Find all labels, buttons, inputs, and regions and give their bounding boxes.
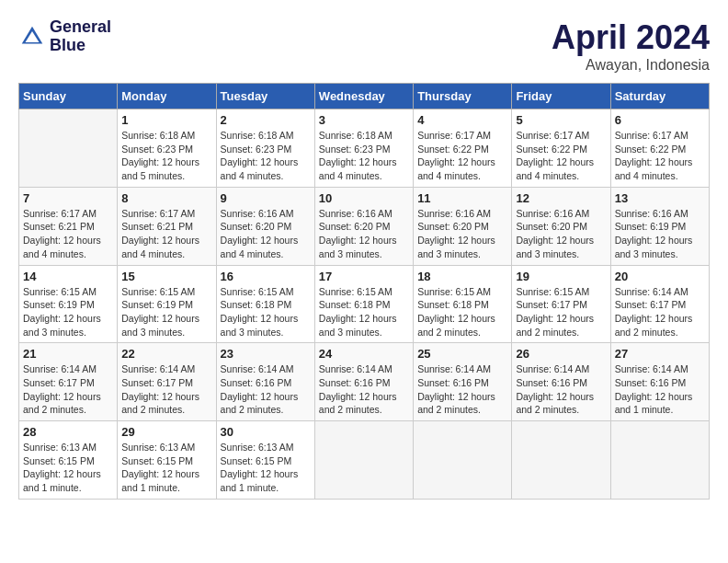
calendar-header-saturday: Saturday: [610, 84, 709, 109]
logo: General Blue: [18, 18, 111, 55]
day-number: 16: [221, 270, 311, 283]
day-info: Sunrise: 6:14 AM Sunset: 6:17 PM Dayligh…: [23, 362, 113, 417]
day-info: Sunrise: 6:16 AM Sunset: 6:20 PM Dayligh…: [319, 207, 409, 261]
day-number: 11: [417, 191, 507, 205]
calendar-header-wednesday: Wednesday: [314, 84, 413, 109]
calendar-cell: [19, 109, 118, 188]
day-info: Sunrise: 6:14 AM Sunset: 6:16 PM Dayligh…: [516, 362, 606, 417]
day-info: Sunrise: 6:18 AM Sunset: 6:23 PM Dayligh…: [221, 129, 311, 183]
day-info: Sunrise: 6:15 AM Sunset: 6:17 PM Dayligh…: [516, 285, 606, 339]
day-number: 14: [23, 270, 113, 283]
location: Awayan, Indonesia: [552, 57, 710, 74]
calendar-week-row: 21Sunrise: 6:14 AM Sunset: 6:17 PM Dayli…: [19, 343, 710, 421]
day-info: Sunrise: 6:14 AM Sunset: 6:16 PM Dayligh…: [221, 362, 311, 417]
calendar-cell: 14Sunrise: 6:15 AM Sunset: 6:19 PM Dayli…: [19, 265, 118, 343]
calendar-cell: 13Sunrise: 6:16 AM Sunset: 6:19 PM Dayli…: [610, 187, 709, 265]
calendar-table: SundayMondayTuesdayWednesdayThursdayFrid…: [18, 83, 710, 500]
calendar-cell: 24Sunrise: 6:14 AM Sunset: 6:16 PM Dayli…: [314, 343, 413, 421]
calendar-header-tuesday: Tuesday: [216, 84, 314, 109]
day-number: 12: [516, 191, 606, 205]
day-info: Sunrise: 6:17 AM Sunset: 6:21 PM Dayligh…: [23, 207, 113, 261]
calendar-cell: 21Sunrise: 6:14 AM Sunset: 6:17 PM Dayli…: [19, 343, 118, 421]
day-number: 30: [221, 425, 311, 439]
calendar-cell: 26Sunrise: 6:14 AM Sunset: 6:16 PM Dayli…: [512, 343, 610, 421]
day-number: 15: [121, 270, 211, 283]
day-number: 24: [319, 347, 409, 361]
calendar-week-row: 14Sunrise: 6:15 AM Sunset: 6:19 PM Dayli…: [19, 265, 710, 343]
day-number: 21: [23, 347, 113, 361]
day-number: 23: [221, 347, 311, 361]
day-number: 5: [516, 113, 606, 127]
calendar-header-row: SundayMondayTuesdayWednesdayThursdayFrid…: [19, 84, 710, 109]
day-number: 13: [615, 191, 705, 205]
day-number: 26: [516, 347, 606, 361]
calendar-cell: 19Sunrise: 6:15 AM Sunset: 6:17 PM Dayli…: [512, 265, 610, 343]
day-number: 22: [121, 347, 211, 361]
calendar-cell: 2Sunrise: 6:18 AM Sunset: 6:23 PM Daylig…: [216, 109, 314, 188]
calendar-cell: [414, 421, 512, 500]
month-title: April 2024: [552, 18, 710, 57]
day-info: Sunrise: 6:16 AM Sunset: 6:20 PM Dayligh…: [516, 207, 606, 261]
calendar-cell: 25Sunrise: 6:14 AM Sunset: 6:16 PM Dayli…: [414, 343, 512, 421]
day-info: Sunrise: 6:18 AM Sunset: 6:23 PM Dayligh…: [319, 129, 409, 183]
day-info: Sunrise: 6:13 AM Sunset: 6:15 PM Dayligh…: [221, 441, 311, 495]
calendar-header-sunday: Sunday: [19, 84, 118, 109]
calendar-week-row: 7Sunrise: 6:17 AM Sunset: 6:21 PM Daylig…: [19, 187, 710, 265]
day-info: Sunrise: 6:16 AM Sunset: 6:19 PM Dayligh…: [615, 207, 705, 261]
logo-text: General Blue: [50, 18, 111, 55]
calendar-body: 1Sunrise: 6:18 AM Sunset: 6:23 PM Daylig…: [19, 109, 710, 500]
day-number: 19: [516, 270, 606, 283]
calendar-cell: [512, 421, 610, 500]
calendar-cell: 23Sunrise: 6:14 AM Sunset: 6:16 PM Dayli…: [216, 343, 314, 421]
calendar-cell: 10Sunrise: 6:16 AM Sunset: 6:20 PM Dayli…: [314, 187, 413, 265]
calendar-cell: 20Sunrise: 6:14 AM Sunset: 6:17 PM Dayli…: [610, 265, 709, 343]
calendar-cell: 16Sunrise: 6:15 AM Sunset: 6:18 PM Dayli…: [216, 265, 314, 343]
day-number: 10: [319, 191, 409, 205]
calendar-cell: 11Sunrise: 6:16 AM Sunset: 6:20 PM Dayli…: [414, 187, 512, 265]
calendar-cell: 27Sunrise: 6:14 AM Sunset: 6:16 PM Dayli…: [610, 343, 709, 421]
page-header: General Blue April 2024 Awayan, Indonesi…: [18, 18, 710, 74]
calendar-cell: 12Sunrise: 6:16 AM Sunset: 6:20 PM Dayli…: [512, 187, 610, 265]
calendar-week-row: 28Sunrise: 6:13 AM Sunset: 6:15 PM Dayli…: [19, 421, 710, 500]
day-number: 29: [121, 425, 211, 439]
calendar-cell: [314, 421, 413, 500]
day-info: Sunrise: 6:13 AM Sunset: 6:15 PM Dayligh…: [23, 441, 113, 495]
calendar-cell: 7Sunrise: 6:17 AM Sunset: 6:21 PM Daylig…: [19, 187, 118, 265]
day-info: Sunrise: 6:16 AM Sunset: 6:20 PM Dayligh…: [417, 207, 507, 261]
day-info: Sunrise: 6:17 AM Sunset: 6:22 PM Dayligh…: [417, 129, 507, 183]
day-number: 9: [221, 191, 311, 205]
calendar-cell: 9Sunrise: 6:16 AM Sunset: 6:20 PM Daylig…: [216, 187, 314, 265]
calendar-header-monday: Monday: [118, 84, 216, 109]
calendar-cell: 28Sunrise: 6:13 AM Sunset: 6:15 PM Dayli…: [19, 421, 118, 500]
calendar-cell: 15Sunrise: 6:15 AM Sunset: 6:19 PM Dayli…: [118, 265, 216, 343]
day-info: Sunrise: 6:14 AM Sunset: 6:16 PM Dayligh…: [615, 362, 705, 417]
calendar-cell: 4Sunrise: 6:17 AM Sunset: 6:22 PM Daylig…: [414, 109, 512, 188]
day-number: 28: [23, 425, 113, 439]
calendar-cell: 17Sunrise: 6:15 AM Sunset: 6:18 PM Dayli…: [314, 265, 413, 343]
title-block: April 2024 Awayan, Indonesia: [552, 18, 710, 74]
calendar-cell: 5Sunrise: 6:17 AM Sunset: 6:22 PM Daylig…: [512, 109, 610, 188]
day-info: Sunrise: 6:18 AM Sunset: 6:23 PM Dayligh…: [121, 129, 211, 183]
calendar-cell: 1Sunrise: 6:18 AM Sunset: 6:23 PM Daylig…: [118, 109, 216, 188]
day-number: 25: [417, 347, 507, 361]
day-number: 7: [23, 191, 113, 205]
calendar-header-friday: Friday: [512, 84, 610, 109]
day-number: 8: [121, 191, 211, 205]
day-number: 17: [319, 270, 409, 283]
day-info: Sunrise: 6:17 AM Sunset: 6:21 PM Dayligh…: [121, 207, 211, 261]
day-info: Sunrise: 6:17 AM Sunset: 6:22 PM Dayligh…: [516, 129, 606, 183]
calendar-header-thursday: Thursday: [414, 84, 512, 109]
day-info: Sunrise: 6:16 AM Sunset: 6:20 PM Dayligh…: [221, 207, 311, 261]
day-number: 4: [417, 113, 507, 127]
calendar-cell: 18Sunrise: 6:15 AM Sunset: 6:18 PM Dayli…: [414, 265, 512, 343]
day-info: Sunrise: 6:15 AM Sunset: 6:18 PM Dayligh…: [417, 285, 507, 339]
day-info: Sunrise: 6:14 AM Sunset: 6:17 PM Dayligh…: [615, 285, 705, 339]
calendar-cell: [610, 421, 709, 500]
day-number: 3: [319, 113, 409, 127]
day-number: 2: [221, 113, 311, 127]
day-number: 6: [615, 113, 705, 127]
day-number: 18: [417, 270, 507, 283]
logo-icon: [18, 23, 46, 51]
calendar-week-row: 1Sunrise: 6:18 AM Sunset: 6:23 PM Daylig…: [19, 109, 710, 188]
calendar-cell: 30Sunrise: 6:13 AM Sunset: 6:15 PM Dayli…: [216, 421, 314, 500]
